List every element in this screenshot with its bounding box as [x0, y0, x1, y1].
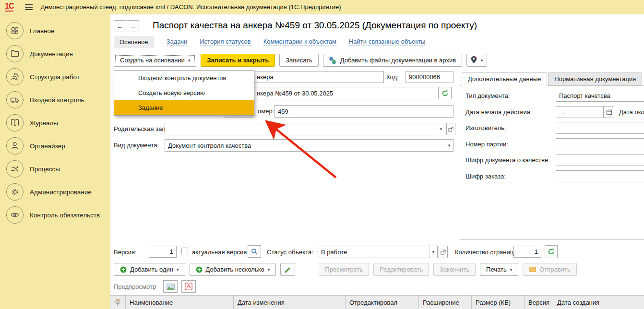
actual-version-checkbox[interactable] — [181, 248, 188, 254]
sidebar-item-label: Главное — [30, 27, 55, 35]
sidebar-item-incoming-control[interactable]: Входной контроль — [0, 88, 110, 111]
forward-button[interactable]: → — [127, 20, 139, 32]
sidebar-item-label: Администрирование — [30, 189, 92, 196]
view-button[interactable]: Просмотреть — [319, 263, 369, 276]
image-preview-button[interactable] — [163, 280, 178, 293]
pencil-icon — [284, 265, 291, 274]
tab-main[interactable]: Основное — [114, 36, 154, 48]
set-status-button[interactable]: ▾ — [466, 54, 487, 67]
edit-pencil-button[interactable] — [280, 263, 295, 276]
sidebar-item-label: Структура работ — [30, 73, 80, 81]
chevron-down-icon: ▾ — [177, 267, 179, 272]
column-header-name[interactable]: Наименование — [126, 296, 234, 309]
chevron-down-icon: ▾ — [268, 267, 270, 272]
parent-record-combo[interactable]: ▾ — [165, 123, 445, 135]
sidebar-item-journals[interactable]: Журналы — [0, 111, 110, 134]
pin-column-header[interactable] — [110, 296, 126, 309]
number-input[interactable]: 459 — [274, 105, 453, 118]
tab-normative-docs[interactable]: Нормативная документация — [548, 72, 642, 85]
pdf-icon — [185, 283, 192, 290]
tab-status-history[interactable]: История статусов — [200, 38, 251, 46]
document-kind-combo[interactable]: Документ контроля качества ▾ — [165, 139, 453, 152]
sidebar-item-organizer[interactable]: Органайзер — [0, 134, 110, 157]
save-button[interactable]: Записать — [279, 54, 319, 67]
sidebar-item-label: Входной контроль — [30, 96, 84, 104]
parent-record-open-button[interactable] — [446, 123, 455, 135]
chevron-down-icon: ▾ — [481, 58, 483, 63]
doc-type-label: Тип документа: — [465, 92, 510, 99]
document-kind-label: Вид документа: — [114, 142, 159, 149]
chevron-down-icon[interactable]: ▾ — [437, 123, 445, 135]
doc-type-input[interactable]: Паспорт качетсва — [556, 90, 644, 102]
add-many-button[interactable]: Добавить несколько▾ — [190, 263, 276, 276]
version-input[interactable]: 1 — [149, 246, 177, 258]
code-label: Код: — [386, 73, 399, 81]
quality-doc-code-input[interactable] — [556, 154, 644, 166]
full-name-input[interactable]: нкера №459 от 30.05.2025 — [253, 87, 434, 99]
object-status-combo[interactable]: В работе ▾ — [318, 246, 438, 258]
add-icon — [120, 266, 127, 273]
create-based-on-button[interactable]: Создать на основании▾ — [114, 54, 196, 67]
add-files-to-archive-button[interactable]: Добавить файлы документации в архив — [323, 54, 462, 67]
chevron-down-icon[interactable]: ▾ — [429, 246, 437, 258]
pages-count-input[interactable]: 1 — [513, 246, 541, 258]
number-label: омер: — [258, 107, 274, 115]
column-header-modified-date[interactable]: Дата изменения — [234, 296, 346, 309]
manufacturer-input[interactable] — [556, 122, 644, 134]
menu-item-new-version[interactable]: Создать новую версию — [114, 85, 254, 100]
add-icon — [196, 266, 203, 273]
sidebar-item-administration[interactable]: Администрирование — [0, 180, 110, 203]
sidebar-item-label: Процессы — [30, 166, 60, 173]
title-bar: 1С Демонстрационный стенд: подписание xm… — [0, 0, 644, 14]
print-button[interactable]: Печать▾ — [480, 263, 518, 276]
name-input[interactable]: нкера — [253, 71, 384, 83]
refresh-name-button[interactable] — [438, 87, 452, 99]
refresh-pages-button[interactable] — [545, 245, 558, 258]
version-label: Версия: — [114, 249, 137, 256]
search-version-button[interactable] — [248, 245, 261, 258]
save-and-close-button[interactable]: Записать и закрыть — [201, 54, 275, 67]
tab-object-comments[interactable]: Комментарии к объектам — [263, 38, 336, 46]
person-icon — [6, 137, 24, 154]
sidebar-item-documentation[interactable]: Документация — [0, 42, 110, 65]
tab-tasks[interactable]: Задачи — [167, 38, 188, 46]
send-button[interactable]: Отправить — [523, 263, 576, 276]
add-one-button[interactable]: Добавить один▾ — [114, 263, 185, 276]
calendar-button[interactable] — [604, 106, 614, 118]
folder-icon — [6, 45, 24, 62]
sidebar-item-main[interactable]: Главное — [0, 19, 110, 42]
column-header-extension[interactable]: Расширение — [419, 296, 472, 309]
pdf-preview-button[interactable] — [181, 280, 196, 293]
sidebar-item-work-structure[interactable]: Структура работ — [0, 65, 110, 88]
chevron-down-icon: ▾ — [510, 267, 513, 272]
search-icon — [251, 248, 258, 255]
menu-item-task[interactable]: Задание — [114, 100, 254, 115]
order-code-input[interactable] — [556, 170, 644, 182]
1c-logo: 1С — [5, 2, 13, 12]
start-date-label: Дата начала действия: — [465, 108, 532, 116]
chevron-down-icon[interactable]: ▾ — [445, 140, 453, 151]
gear-icon — [6, 183, 24, 201]
open-in-new-icon — [448, 127, 453, 132]
menu-item-incoming-control[interactable]: Входной контроль документов — [114, 71, 254, 85]
edit-button[interactable]: Редактировать — [373, 263, 429, 276]
pin-icon — [115, 298, 121, 307]
location-pin-icon — [470, 56, 477, 65]
batch-number-input[interactable] — [556, 138, 644, 150]
column-header-size[interactable]: Размер (КБ) — [472, 296, 525, 309]
finish-button[interactable]: Закончить — [433, 263, 476, 276]
tab-additional-data[interactable]: Дополнительные данные — [462, 72, 547, 86]
calendar-icon — [606, 109, 612, 115]
sidebar-item-processes[interactable]: Процессы — [0, 157, 110, 180]
tab-find-related[interactable]: Найти связанные объекты — [349, 38, 425, 46]
main-menu-icon[interactable] — [25, 4, 33, 10]
sidebar-item-obligations-control[interactable]: Контроль обязательств — [0, 203, 110, 226]
column-header-version[interactable]: Версия — [525, 296, 553, 309]
code-input[interactable]: 900000066 — [405, 71, 453, 83]
start-date-input[interactable]: . . — [556, 106, 604, 118]
back-button[interactable]: ← — [114, 20, 126, 32]
shuffle-icon — [6, 160, 24, 178]
object-status-open-button[interactable] — [439, 246, 448, 258]
column-header-edited-by[interactable]: Отредактировал — [346, 296, 419, 309]
column-header-created-date[interactable]: Дата создания — [553, 296, 644, 309]
